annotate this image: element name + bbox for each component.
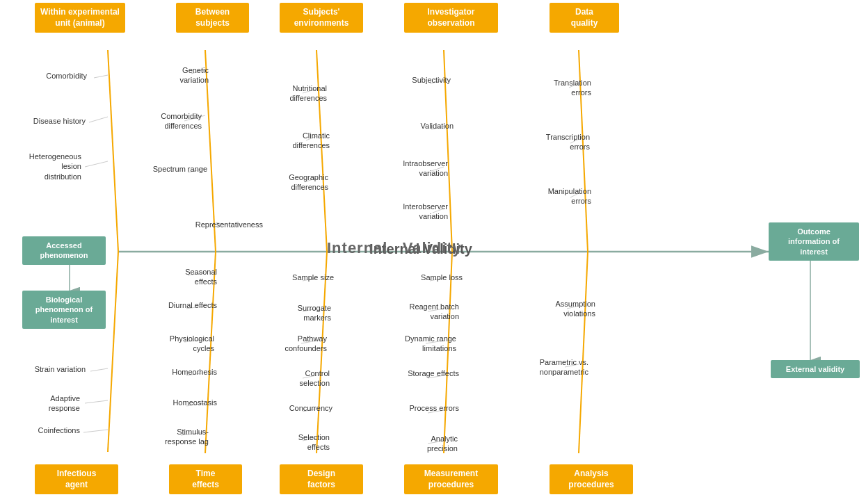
svg-line-12 — [316, 50, 327, 252]
label-climatic-diff: Climaticdifferences — [246, 131, 330, 151]
label-comorbidity: Comorbidity — [10, 71, 87, 81]
label-coinfections: Coinfections — [3, 425, 80, 435]
label-adaptive-response: Adaptiveresponse — [3, 393, 80, 414]
label-seasonal-effects: Seasonaleffects — [134, 267, 217, 287]
label-comorbidity-diff: Comorbiditydifferences — [125, 111, 202, 131]
label-translation-errors: Translationerrors — [508, 78, 591, 98]
label-heterogeneous: Heterogeneouslesiondistribution — [3, 152, 81, 181]
label-manipulation-errors: Manipulationerrors — [508, 186, 591, 206]
label-control-selection: Controlselection — [246, 368, 330, 389]
label-validation: Validation — [370, 121, 454, 131]
fishbone-diagram: Internal Validity Within experimental un… — [0, 0, 866, 504]
label-homeostasis: Homeostasis — [134, 398, 217, 407]
label-physiological-cycles: Physiologicalcycles — [131, 334, 214, 354]
category-investigator: Investigatorobservation — [404, 3, 498, 33]
category-time: Timeeffects — [169, 464, 242, 494]
svg-line-28 — [83, 430, 108, 432]
box-biological-phenomenon: Biologicalphenomenon ofinterest — [22, 291, 106, 329]
label-nutritional-diff: Nutritionaldifferences — [243, 83, 327, 104]
label-process-errors: Process errors — [376, 403, 459, 413]
svg-line-27 — [85, 400, 108, 403]
label-storage-effects: Storage effects — [376, 368, 459, 378]
label-disease-history: Disease history — [3, 116, 86, 126]
label-dynamic-range: Dynamic rangelimitations — [373, 334, 456, 354]
label-genetic-variation: Geneticvariation — [132, 65, 209, 86]
label-subjectivity: Subjectivity — [367, 75, 451, 85]
label-homeorhesis: Homeorhesis — [134, 367, 217, 377]
label-concurrency: Concurrency — [249, 403, 332, 413]
label-sample-loss: Sample loss — [379, 273, 463, 282]
label-geographic-diff: Geographicdifferences — [245, 172, 328, 193]
svg-line-25 — [108, 252, 118, 452]
label-representativeness: Representativeness — [173, 220, 263, 229]
box-external-validity: External validity — [771, 360, 860, 378]
label-stimulus-response: Stimulus-response lag — [125, 427, 209, 447]
category-infectious: Infectiousagent — [35, 464, 118, 494]
svg-line-50 — [579, 252, 588, 453]
label-diurnal-effects: Diurnal effects — [134, 300, 217, 310]
label-surrogate-markers: Surrogatemarkers — [248, 303, 331, 323]
svg-line-3 — [108, 50, 118, 252]
label-selection-effects: Selectioneffects — [246, 432, 330, 453]
label-transcription-errors: Transcriptionerrors — [506, 132, 590, 152]
label-analytic-precision: Analyticprecision — [374, 434, 458, 454]
svg-line-5 — [89, 117, 108, 122]
category-measurement: Measurementprocedures — [404, 464, 498, 494]
label-parametric: Parametric vs.nonparametric — [505, 357, 588, 377]
box-outcome-information: Outcomeinformation ofinterest — [769, 222, 859, 261]
label-assumption-violations: Assumptionviolations — [512, 299, 595, 319]
label-intraobserver: Intraobservervariation — [364, 158, 448, 179]
category-subjects-env: Subjects'environments — [280, 3, 363, 33]
svg-line-4 — [94, 75, 108, 78]
label-reagent-batch: Reagent batchvariation — [376, 302, 459, 322]
category-analysis: Analysisprocedures — [550, 464, 633, 494]
label-interobserver: Interobservervariation — [364, 202, 448, 222]
svg-line-6 — [85, 161, 108, 167]
internal-validity-label: Internal Validity — [327, 239, 462, 257]
category-design: Designfactors — [280, 464, 363, 494]
box-accessed-phenomenon: Accessedphenomenon — [22, 236, 106, 265]
label-spectrum-range: Spectrum range — [131, 164, 207, 174]
label-pathway-confounders: Pathwayconfounders — [243, 334, 327, 354]
category-data-quality: Dataquality — [550, 3, 619, 33]
category-within: Within experimental unit (animal) — [35, 3, 125, 33]
label-sample-size: Sample size — [250, 273, 334, 282]
svg-line-26 — [90, 368, 108, 371]
label-strain-variation: Strain variation — [3, 364, 86, 374]
category-between: Betweensubjects — [176, 3, 249, 33]
